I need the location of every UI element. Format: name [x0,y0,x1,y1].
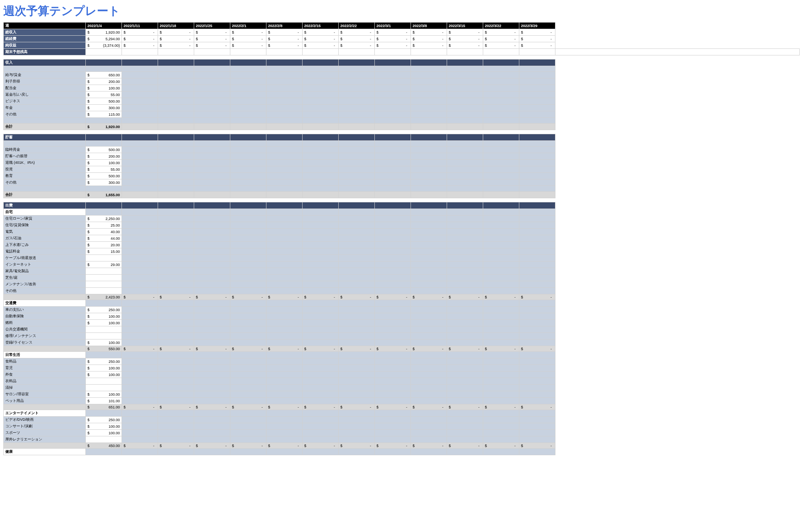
pad [158,153,194,160]
pad [158,352,194,358]
week-date: 2022/2/8 [266,23,303,29]
pad [375,118,411,124]
pad [230,141,266,147]
row-val: 100.00 [86,85,122,92]
summary-val [375,42,411,49]
pad [339,436,375,443]
subtotal-label [4,346,86,352]
row-val: 250.00 [86,358,122,365]
pad [339,423,375,430]
row-label: 芝生/庭 [4,275,86,281]
pad [194,242,230,248]
summary-label: 純収益 [4,42,86,49]
pad [375,124,411,130]
subtotal-dash [339,404,375,410]
pad [194,352,230,358]
pad [194,248,230,255]
pad [447,326,483,333]
pad [303,147,339,153]
pad [411,105,447,111]
pad [411,202,447,209]
pad [447,313,483,320]
pad [158,209,194,216]
pad [339,261,375,268]
pad [339,173,375,179]
summary-val: 1,920.00 [86,29,122,36]
summary-val: (3,374.00) [86,42,122,49]
pad [303,326,339,333]
pad [339,385,375,391]
pad [519,235,555,242]
pad [158,430,194,436]
pad [519,281,555,288]
pad [339,358,375,365]
summary-val [483,49,519,55]
pad [158,92,194,98]
pad [158,275,194,281]
row-label: 貯蓄への振替 [4,153,86,160]
pad [4,141,86,147]
pad [411,222,447,229]
pad [375,288,411,294]
summary-val: 5,294.00 [86,36,122,42]
pad [447,66,483,72]
subtotal-dash [194,404,230,410]
pad [230,398,266,404]
subtotal-label [4,404,86,410]
pad [519,339,555,346]
pad [194,209,230,216]
pad [483,417,519,423]
pad [122,118,158,124]
pad [230,378,266,385]
row-label: 利子所得 [4,78,86,85]
section-title: 収入 [4,60,86,66]
pad [375,391,411,398]
pad [230,72,266,78]
row-val: 300.00 [86,179,122,186]
pad [266,105,303,111]
pad [303,105,339,111]
pad [375,72,411,78]
pad [447,423,483,430]
pad [447,147,483,153]
pad [411,179,447,186]
row-val [86,268,122,275]
pad [230,423,266,430]
pad [519,166,555,173]
pad [266,222,303,229]
subtotal-dash [266,404,303,410]
total-label: 合計 [4,192,86,198]
pad [266,92,303,98]
pad [266,300,303,307]
subtotal-dash [230,346,266,352]
pad [519,141,555,147]
row-val: 500.00 [86,98,122,105]
summary-val [230,36,266,42]
total-val: 1,920.00 [86,124,122,130]
row-val: 55.00 [86,92,122,98]
pad [194,222,230,229]
pad [122,261,158,268]
row-label: サロン/理容室 [4,391,86,398]
summary-val [339,36,375,42]
pad [519,358,555,365]
pad [447,235,483,242]
pad [194,160,230,166]
pad [194,72,230,78]
row-val: 100.00 [86,365,122,371]
row-val: 250.00 [86,417,122,423]
row-val: 2,250.00 [86,216,122,222]
pad [519,248,555,255]
pad [411,307,447,313]
pad [339,268,375,275]
pad [303,141,339,147]
pad [86,141,122,147]
pad [339,179,375,186]
pad [483,216,519,222]
pad [194,358,230,365]
pad [411,66,447,72]
pad [122,333,158,339]
pad [194,417,230,423]
pad [4,186,86,192]
pad [483,378,519,385]
